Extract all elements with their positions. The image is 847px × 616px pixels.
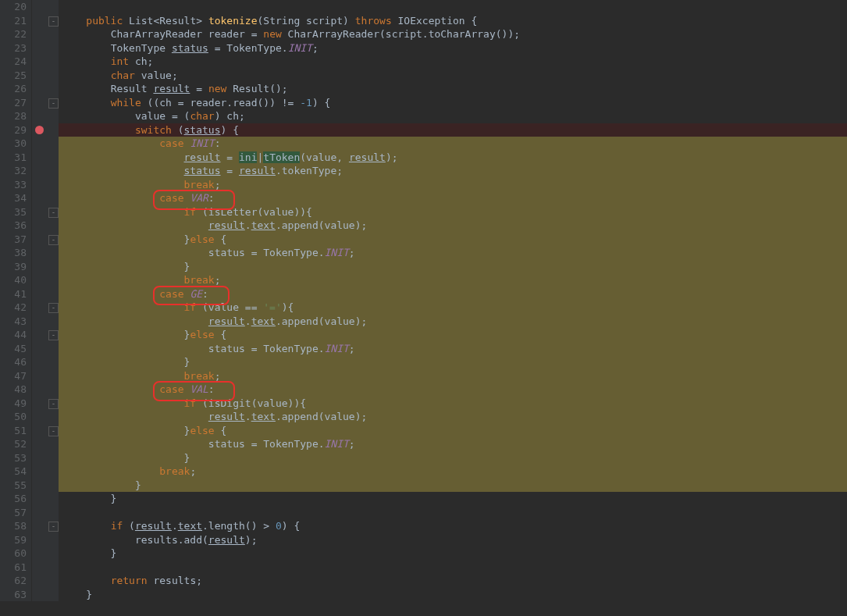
code-line[interactable]: break; [59, 178, 847, 192]
code-line[interactable]: status = TokenType.INIT; [59, 437, 847, 451]
line-number: 57 [0, 506, 31, 520]
line-number: 32 [0, 164, 31, 178]
code-line[interactable]: } [59, 479, 847, 493]
code-line[interactable]: }else { [59, 233, 847, 247]
line-number: 34 [0, 191, 31, 205]
line-number: 29 [0, 123, 31, 137]
code-line[interactable]: if (value == '='){ [59, 301, 847, 315]
line-number: 53 [0, 451, 31, 465]
code-line[interactable]: } [59, 588, 847, 602]
line-number: 59 [0, 533, 31, 547]
line-number: 54 [0, 465, 31, 479]
line-number-gutter: 2021222324252627282930313233343536373839… [0, 0, 32, 601]
code-line[interactable]: status = result.tokenType; [59, 164, 847, 178]
code-line[interactable]: if (result.text.length() > 0) { [59, 519, 847, 533]
line-number: 40 [0, 273, 31, 287]
code-editor[interactable]: 2021222324252627282930313233343536373839… [0, 0, 847, 601]
fold-toggle-icon[interactable]: - [48, 235, 59, 245]
code-line[interactable]: result = ini|tToken(value, result); [59, 151, 847, 165]
line-number: 62 [0, 574, 31, 588]
code-line[interactable]: }else { [59, 424, 847, 438]
code-line[interactable]: while ((ch = reader.read()) != -1) { [59, 96, 847, 110]
line-number: 56 [0, 492, 31, 506]
line-number: 33 [0, 178, 31, 192]
line-number: 52 [0, 437, 31, 451]
code-line[interactable]: TokenType status = TokenType.INIT; [59, 41, 847, 55]
code-line[interactable] [59, 506, 847, 520]
line-number: 21 [0, 14, 31, 28]
line-number: 46 [0, 355, 31, 369]
code-line[interactable]: Result result = new Result(); [59, 82, 847, 96]
code-line[interactable]: }else { [59, 328, 847, 342]
line-number: 60 [0, 547, 31, 561]
line-number: 35 [0, 205, 31, 219]
code-line[interactable]: case VAR: [59, 191, 847, 205]
code-line[interactable]: result.text.append(value); [59, 219, 847, 233]
code-line[interactable]: } [59, 355, 847, 369]
line-number: 20 [0, 0, 31, 14]
line-number: 51 [0, 424, 31, 438]
code-line[interactable]: int ch; [59, 55, 847, 69]
line-number: 42 [0, 301, 31, 315]
line-number: 58 [0, 519, 31, 533]
code-line[interactable]: status = TokenType.INIT; [59, 246, 847, 260]
fold-toggle-icon[interactable]: - [48, 522, 59, 532]
code-line[interactable]: switch (status) { [59, 123, 847, 137]
fold-toggle-icon[interactable]: - [48, 303, 59, 313]
line-number: 55 [0, 479, 31, 493]
code-line[interactable]: break; [59, 465, 847, 479]
line-number: 61 [0, 561, 31, 575]
fold-toggle-icon[interactable]: - [48, 330, 59, 340]
fold-toggle-icon[interactable]: - [48, 16, 59, 27]
fold-toggle-icon[interactable]: - [48, 399, 59, 409]
code-area[interactable]: public List<Result> tokenize(String scri… [59, 0, 847, 601]
code-line[interactable]: if (isDigit(value)){ [59, 397, 847, 411]
code-line[interactable]: status = TokenType.INIT; [59, 342, 847, 356]
fold-gutter[interactable]: --------- [48, 0, 59, 601]
line-number: 49 [0, 397, 31, 411]
code-line[interactable]: break; [59, 369, 847, 383]
line-number: 43 [0, 315, 31, 329]
code-line[interactable]: if (isLetter(value)){ [59, 205, 847, 219]
line-number: 44 [0, 328, 31, 342]
line-number: 47 [0, 369, 31, 383]
code-line[interactable]: } [59, 451, 847, 465]
fold-toggle-icon[interactable]: - [48, 208, 59, 218]
line-number: 28 [0, 109, 31, 123]
line-number: 50 [0, 410, 31, 424]
line-number: 36 [0, 219, 31, 233]
code-line[interactable]: } [59, 547, 847, 561]
code-line[interactable] [59, 0, 847, 14]
breakpoint-icon[interactable] [35, 126, 44, 134]
code-line[interactable] [59, 561, 847, 575]
line-number: 30 [0, 137, 31, 151]
fold-toggle-icon[interactable]: - [48, 98, 59, 109]
line-number: 38 [0, 246, 31, 260]
code-line[interactable]: } [59, 260, 847, 274]
fold-toggle-icon[interactable]: - [48, 426, 59, 436]
line-number: 41 [0, 287, 31, 301]
line-number: 25 [0, 69, 31, 83]
line-number: 37 [0, 233, 31, 247]
line-number: 22 [0, 27, 31, 41]
code-line[interactable]: } [59, 492, 847, 506]
line-number: 27 [0, 96, 31, 110]
line-number: 31 [0, 151, 31, 165]
code-line[interactable]: case GE: [59, 287, 847, 301]
code-line[interactable]: case INIT: [59, 137, 847, 151]
code-line[interactable]: value = (char) ch; [59, 109, 847, 123]
code-line[interactable]: results.add(result); [59, 533, 847, 547]
breakpoint-gutter[interactable] [32, 0, 48, 601]
line-number: 63 [0, 588, 31, 602]
code-line[interactable]: char value; [59, 69, 847, 83]
code-line[interactable]: return results; [59, 574, 847, 588]
code-line[interactable]: result.text.append(value); [59, 315, 847, 329]
code-line[interactable]: result.text.append(value); [59, 410, 847, 424]
line-number: 26 [0, 82, 31, 96]
code-line[interactable]: public List<Result> tokenize(String scri… [59, 14, 847, 28]
line-number: 23 [0, 41, 31, 55]
code-line[interactable]: case VAL: [59, 383, 847, 397]
code-line[interactable]: CharArrayReader reader = new CharArrayRe… [59, 27, 847, 41]
line-number: 24 [0, 55, 31, 69]
code-line[interactable]: break; [59, 273, 847, 287]
